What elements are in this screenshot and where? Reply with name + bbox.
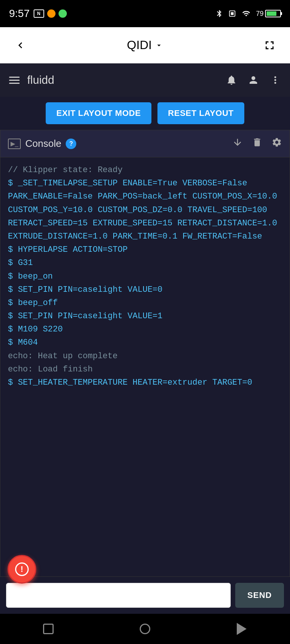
more-options-icon[interactable]	[270, 74, 281, 86]
console-line: $ M604	[8, 336, 282, 349]
fullscreen-button[interactable]	[258, 34, 281, 57]
console-line: $ HYPERLAPSE ACTION=STOP	[8, 243, 282, 256]
console-line: $ SET_PIN PIN=caselight VALUE=1	[8, 310, 282, 323]
app-header-left: fluidd	[9, 74, 54, 86]
console-line: echo: Load finish	[8, 363, 282, 376]
notification-icon: N	[34, 9, 44, 18]
clear-console-button[interactable]	[252, 137, 262, 150]
status-bar-left: 9:57 N	[9, 8, 67, 20]
battery-level: 79	[256, 10, 264, 18]
status-bar-right: 79	[215, 8, 281, 19]
console-header-right	[232, 137, 282, 150]
nav-title: QIDI	[127, 38, 152, 52]
console-line: $ beep_off	[8, 296, 282, 310]
battery-fill	[267, 11, 276, 16]
hamburger-menu-button[interactable]	[9, 77, 20, 84]
status-icons-left: N	[34, 9, 67, 18]
console-input[interactable]	[6, 583, 231, 608]
app-header: fluidd	[0, 63, 290, 97]
send-button[interactable]: SEND	[235, 583, 284, 608]
wifi-icon	[241, 9, 251, 18]
reset-layout-button[interactable]: RESET LAYOUT	[157, 102, 244, 124]
nav-title-area: QIDI	[127, 38, 163, 52]
emergency-stop-button[interactable]	[8, 555, 36, 584]
user-icon[interactable]	[248, 74, 259, 86]
layout-buttons-bar: EXIT LAYOUT MODE RESET LAYOUT	[0, 97, 290, 130]
console-line: $ M109 S220	[8, 323, 282, 336]
recents-icon	[43, 624, 54, 634]
console-panel: ▶_ Console ? // Klipper state: Ready $ _…	[0, 130, 290, 583]
status-time: 9:57	[9, 8, 30, 20]
console-settings-button[interactable]	[271, 137, 282, 150]
console-header: ▶_ Console ?	[0, 130, 290, 157]
scroll-down-button[interactable]	[232, 137, 243, 150]
android-recents-button[interactable]	[37, 618, 60, 640]
console-terminal-icon: ▶_	[8, 139, 21, 149]
bell-icon[interactable]	[226, 74, 237, 86]
back-button[interactable]	[9, 34, 32, 57]
console-input-area: SEND	[0, 576, 290, 614]
console-output: // Klipper state: Ready $ _SET_TIMELAPSE…	[0, 157, 290, 395]
orange-dot-icon	[47, 9, 56, 18]
console-help-button[interactable]: ?	[66, 139, 76, 149]
status-bar: 9:57 N 79	[0, 0, 290, 27]
exit-layout-button[interactable]: EXIT LAYOUT MODE	[46, 102, 151, 124]
bluetooth-icon	[215, 8, 224, 19]
console-line: $ SET_PIN PIN=caselight VALUE=0	[8, 283, 282, 296]
android-home-button[interactable]	[134, 618, 156, 640]
emergency-stop-icon	[15, 562, 29, 576]
home-icon	[140, 624, 150, 634]
console-line: $ beep_on	[8, 270, 282, 283]
android-back-button[interactable]	[230, 618, 253, 640]
green-dot-icon	[59, 9, 67, 18]
console-line: $ SET_HEATER_TEMPERATURE HEATER=extruder…	[8, 376, 282, 389]
chevron-down-icon	[155, 41, 163, 49]
battery-box	[265, 10, 281, 17]
battery-indicator: 79	[256, 10, 281, 18]
back-icon	[237, 623, 247, 635]
app-title: fluidd	[27, 74, 54, 86]
console-line: echo: Heat up complete	[8, 350, 282, 363]
android-nav-bar	[0, 614, 290, 644]
console-line: $ G31	[8, 256, 282, 270]
console-title: Console	[25, 138, 61, 149]
nav-bar: QIDI	[0, 27, 290, 63]
console-line: $ _SET_TIMELAPSE_SETUP ENABLE=True VERBO…	[8, 177, 282, 243]
sim-icon	[228, 8, 236, 19]
svg-rect-1	[231, 12, 233, 15]
app-header-right	[226, 74, 281, 86]
console-header-left: ▶_ Console ?	[8, 138, 76, 149]
console-line: // Klipper state: Ready	[8, 163, 282, 177]
